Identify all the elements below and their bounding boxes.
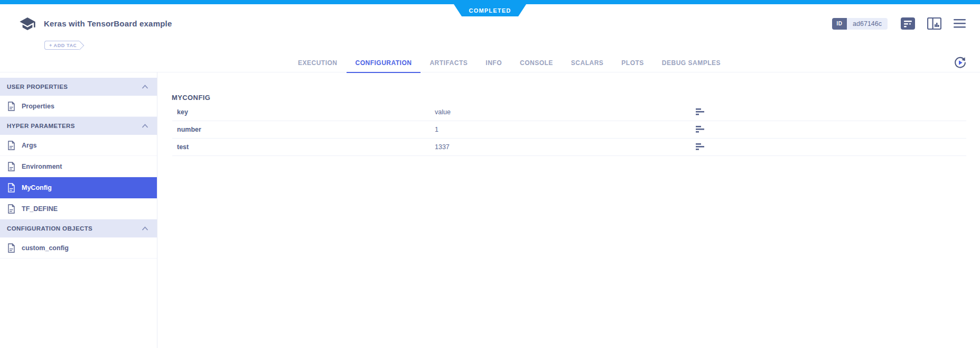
top-status-strip: [0, 0, 980, 4]
auto-refresh-icon: [953, 56, 967, 70]
tab-configuration[interactable]: CONFIGURATION: [347, 53, 421, 72]
add-tag-button[interactable]: + ADD TAG: [44, 41, 79, 50]
sidebar-item-custom-config[interactable]: custom_config: [0, 237, 157, 259]
sidebar-section-hyper-parameters[interactable]: HYPER PARAMETERS: [0, 117, 157, 135]
id-label: ID: [832, 18, 847, 30]
page-title: Keras with TensorBoard example: [44, 19, 172, 28]
sidebar-item-environment[interactable]: Environment: [0, 156, 157, 177]
id-value: ad67146c: [847, 18, 888, 30]
sidebar-item-label: Environment: [22, 163, 62, 170]
param-value: value: [435, 108, 451, 116]
sidebar-item-label: MyConfig: [22, 184, 52, 191]
details-view-button[interactable]: [901, 17, 915, 30]
align-left-icon: [901, 17, 915, 30]
menu-button[interactable]: [954, 19, 966, 28]
document-icon: [7, 162, 15, 171]
section-title: CONFIGURATION OBJECTS: [7, 225, 92, 232]
tabs: EXECUTION CONFIGURATION ARTIFACTS INFO C…: [289, 53, 730, 72]
sidebar-section-configuration-objects[interactable]: CONFIGURATION OBJECTS: [0, 219, 157, 237]
param-value: 1: [435, 126, 438, 133]
sidebar-item-label: TF_DEFINE: [22, 205, 58, 213]
document-icon: [7, 204, 15, 214]
sidebar-item-label: custom_config: [22, 244, 69, 252]
header-actions: ID ad67146c: [832, 17, 966, 30]
sidebar-section-user-properties[interactable]: USER PROPERTIES: [0, 78, 157, 96]
document-icon: [7, 183, 15, 193]
param-key: key: [172, 108, 435, 116]
view-text-button[interactable]: [696, 126, 705, 133]
document-icon: [7, 141, 15, 150]
chevron-up-icon: [142, 85, 148, 89]
align-left-icon: [696, 143, 705, 150]
configuration-sidebar: USER PROPERTIES Properties HYPER PARAMET…: [0, 72, 157, 348]
status-badge-label: COMPLETED: [469, 7, 511, 14]
table-row: key value: [172, 104, 966, 121]
status-badge: COMPLETED: [454, 4, 526, 16]
param-value: 1337: [435, 143, 450, 151]
tab-artifacts[interactable]: ARTIFACTS: [421, 53, 477, 72]
sidebar-item-label: Args: [22, 142, 36, 149]
section-title: HYPER PARAMETERS: [7, 123, 75, 129]
split-panel-chart-icon: [927, 17, 941, 30]
config-section-title: MYCONFIG: [172, 94, 210, 102]
experiment-type-icon: [19, 15, 36, 32]
chevron-up-icon: [142, 124, 148, 128]
tabs-bar: EXECUTION CONFIGURATION ARTIFACTS INFO C…: [0, 53, 980, 72]
auto-refresh-button[interactable]: [953, 55, 967, 70]
tab-plots[interactable]: PLOTS: [612, 53, 653, 72]
table-row: test 1337: [172, 139, 966, 156]
sidebar-item-myconfig[interactable]: MyConfig: [0, 177, 157, 198]
align-left-icon: [696, 108, 705, 115]
chevron-up-icon: [142, 226, 148, 231]
align-left-icon: [696, 126, 705, 133]
tab-console[interactable]: CONSOLE: [511, 53, 562, 72]
experiment-id-badge[interactable]: ID ad67146c: [832, 18, 888, 30]
document-icon: [7, 102, 15, 111]
tab-scalars[interactable]: SCALARS: [562, 53, 613, 72]
view-text-button[interactable]: [696, 143, 705, 150]
tab-debug-samples[interactable]: DEBUG SAMPLES: [653, 53, 730, 72]
tab-execution[interactable]: EXECUTION: [289, 53, 347, 72]
split-panel-button[interactable]: [927, 17, 941, 30]
sidebar-item-args[interactable]: Args: [0, 135, 157, 156]
sidebar-item-tf-define[interactable]: TF_DEFINE: [0, 198, 157, 219]
param-key: test: [172, 143, 435, 151]
parameters-table: key value number 1 test 1337: [172, 104, 966, 156]
section-title: USER PROPERTIES: [7, 84, 68, 90]
hamburger-menu-icon: [954, 19, 966, 28]
sidebar-item-properties[interactable]: Properties: [0, 96, 157, 117]
tab-info[interactable]: INFO: [477, 53, 511, 72]
param-key: number: [172, 126, 435, 133]
table-row: number 1: [172, 121, 966, 139]
document-icon: [7, 243, 15, 253]
view-text-button[interactable]: [696, 108, 705, 115]
sidebar-item-label: Properties: [22, 103, 54, 110]
